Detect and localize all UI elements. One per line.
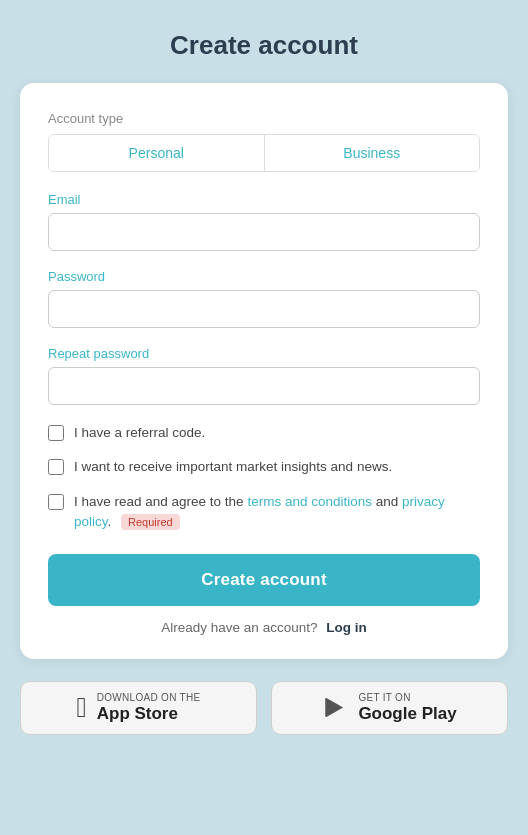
- personal-account-btn[interactable]: Personal: [49, 135, 265, 171]
- repeat-password-label: Repeat password: [48, 346, 480, 361]
- google-play-button[interactable]: GET IT ON Google Play: [271, 681, 508, 735]
- account-type-label: Account type: [48, 111, 480, 126]
- terms-text-after: .: [108, 514, 112, 529]
- checkboxes-section: I have a referral code. I want to receiv…: [48, 423, 480, 532]
- email-field-container: Email: [48, 192, 480, 251]
- referral-label: I have a referral code.: [74, 423, 205, 443]
- store-buttons-section:  Download on the App Store GET IT ON Go…: [20, 681, 508, 735]
- email-input[interactable]: [48, 213, 480, 251]
- repeat-password-input[interactable]: [48, 367, 480, 405]
- account-type-section: Account type Personal Business: [48, 111, 480, 172]
- login-prompt-text: Already have an account?: [161, 620, 317, 635]
- create-account-button[interactable]: Create account: [48, 554, 480, 606]
- terms-checkbox[interactable]: [48, 494, 64, 510]
- required-badge: Required: [121, 514, 180, 530]
- login-prompt-line: Already have an account? Log in: [48, 620, 480, 635]
- password-field-container: Password: [48, 269, 480, 328]
- google-play-text: GET IT ON Google Play: [358, 692, 456, 724]
- business-account-btn[interactable]: Business: [265, 135, 480, 171]
- terms-text-middle: and: [372, 494, 402, 509]
- account-type-toggle: Personal Business: [48, 134, 480, 172]
- terms-link[interactable]: terms and conditions: [247, 494, 372, 509]
- market-insights-label: I want to receive important market insig…: [74, 457, 392, 477]
- password-input[interactable]: [48, 290, 480, 328]
- app-store-text: Download on the App Store: [97, 692, 201, 724]
- login-link[interactable]: Log in: [326, 620, 367, 635]
- market-insights-checkbox-row: I want to receive important market insig…: [48, 457, 480, 477]
- referral-checkbox-row: I have a referral code.: [48, 423, 480, 443]
- password-label: Password: [48, 269, 480, 284]
- app-store-top-text: Download on the: [97, 692, 201, 704]
- page-title: Create account: [170, 30, 358, 61]
- referral-checkbox[interactable]: [48, 425, 64, 441]
- google-play-bottom-text: Google Play: [358, 704, 456, 724]
- terms-checkbox-row: I have read and agree to the terms and c…: [48, 492, 480, 533]
- apple-icon: : [76, 692, 86, 724]
- terms-label: I have read and agree to the terms and c…: [74, 492, 480, 533]
- google-play-top-text: GET IT ON: [358, 692, 410, 704]
- repeat-password-field-container: Repeat password: [48, 346, 480, 405]
- create-account-card: Account type Personal Business Email Pas…: [20, 83, 508, 659]
- app-store-bottom-text: App Store: [97, 704, 178, 724]
- google-play-icon: [322, 695, 348, 721]
- app-store-button[interactable]:  Download on the App Store: [20, 681, 257, 735]
- market-insights-checkbox[interactable]: [48, 459, 64, 475]
- email-label: Email: [48, 192, 480, 207]
- terms-text-before: I have read and agree to the: [74, 494, 247, 509]
